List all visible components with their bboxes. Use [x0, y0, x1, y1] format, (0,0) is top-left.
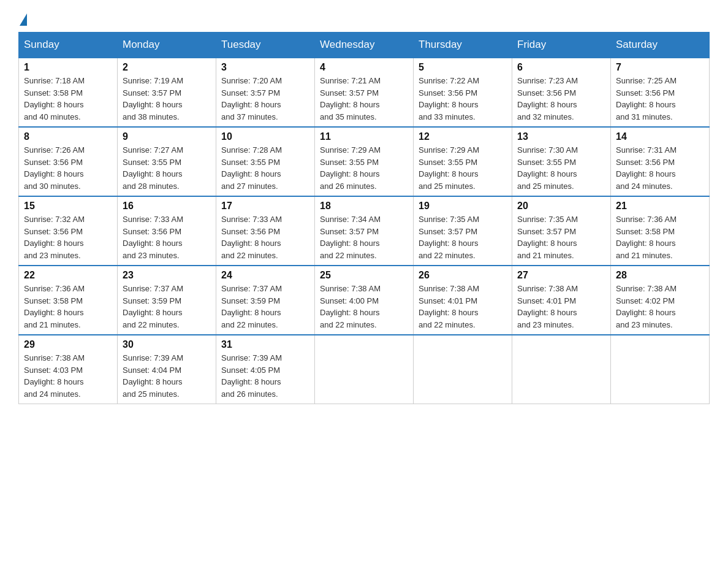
- calendar-cell: 31Sunrise: 7:39 AMSunset: 4:05 PMDayligh…: [216, 335, 315, 404]
- weekday-header-thursday: Thursday: [414, 33, 512, 58]
- calendar-cell: 19Sunrise: 7:35 AMSunset: 3:57 PMDayligh…: [414, 196, 512, 266]
- weekday-header-saturday: Saturday: [611, 33, 710, 58]
- day-info: Sunrise: 7:19 AMSunset: 3:57 PMDaylight:…: [123, 75, 211, 123]
- calendar-cell: 3Sunrise: 7:20 AMSunset: 3:57 PMDaylight…: [216, 58, 315, 127]
- day-number: 19: [419, 201, 507, 212]
- day-info: Sunrise: 7:36 AMSunset: 3:58 PMDaylight:…: [616, 213, 704, 261]
- page-header: [18, 12, 710, 26]
- calendar-cell: [315, 335, 414, 404]
- day-info: Sunrise: 7:33 AMSunset: 3:56 PMDaylight:…: [123, 213, 211, 261]
- calendar-cell: 26Sunrise: 7:38 AMSunset: 4:01 PMDayligh…: [414, 266, 512, 335]
- week-row-3: 15Sunrise: 7:32 AMSunset: 3:56 PMDayligh…: [19, 196, 710, 266]
- day-number: 3: [221, 62, 309, 73]
- day-info: Sunrise: 7:33 AMSunset: 3:56 PMDaylight:…: [221, 213, 309, 261]
- day-number: 22: [24, 270, 112, 281]
- day-info: Sunrise: 7:28 AMSunset: 3:55 PMDaylight:…: [221, 144, 309, 192]
- day-info: Sunrise: 7:29 AMSunset: 3:55 PMDaylight:…: [320, 144, 408, 192]
- calendar-cell: 18Sunrise: 7:34 AMSunset: 3:57 PMDayligh…: [315, 196, 414, 266]
- weekday-header-friday: Friday: [512, 33, 611, 58]
- calendar-cell: [414, 335, 512, 404]
- day-info: Sunrise: 7:20 AMSunset: 3:57 PMDaylight:…: [221, 75, 309, 123]
- calendar-cell: 13Sunrise: 7:30 AMSunset: 3:55 PMDayligh…: [512, 127, 611, 196]
- calendar-cell: 27Sunrise: 7:38 AMSunset: 4:01 PMDayligh…: [512, 266, 611, 335]
- day-info: Sunrise: 7:27 AMSunset: 3:55 PMDaylight:…: [123, 144, 211, 192]
- calendar-cell: 11Sunrise: 7:29 AMSunset: 3:55 PMDayligh…: [315, 127, 414, 196]
- week-row-2: 8Sunrise: 7:26 AMSunset: 3:56 PMDaylight…: [19, 127, 710, 196]
- day-number: 23: [123, 270, 211, 281]
- calendar-cell: 28Sunrise: 7:38 AMSunset: 4:02 PMDayligh…: [611, 266, 710, 335]
- day-number: 29: [24, 339, 112, 350]
- day-info: Sunrise: 7:30 AMSunset: 3:55 PMDaylight:…: [517, 144, 605, 192]
- calendar-cell: 14Sunrise: 7:31 AMSunset: 3:56 PMDayligh…: [611, 127, 710, 196]
- calendar-cell: 1Sunrise: 7:18 AMSunset: 3:58 PMDaylight…: [19, 58, 118, 127]
- day-number: 20: [517, 201, 605, 212]
- week-row-5: 29Sunrise: 7:38 AMSunset: 4:03 PMDayligh…: [19, 335, 710, 404]
- day-info: Sunrise: 7:36 AMSunset: 3:58 PMDaylight:…: [24, 283, 112, 331]
- day-number: 2: [123, 62, 211, 73]
- day-info: Sunrise: 7:34 AMSunset: 3:57 PMDaylight:…: [320, 213, 408, 261]
- calendar-cell: 12Sunrise: 7:29 AMSunset: 3:55 PMDayligh…: [414, 127, 512, 196]
- day-info: Sunrise: 7:38 AMSunset: 4:00 PMDaylight:…: [320, 283, 408, 331]
- day-info: Sunrise: 7:32 AMSunset: 3:56 PMDaylight:…: [24, 213, 112, 261]
- day-info: Sunrise: 7:21 AMSunset: 3:57 PMDaylight:…: [320, 75, 408, 123]
- calendar-cell: [512, 335, 611, 404]
- day-info: Sunrise: 7:31 AMSunset: 3:56 PMDaylight:…: [616, 144, 704, 192]
- day-info: Sunrise: 7:37 AMSunset: 3:59 PMDaylight:…: [221, 283, 309, 331]
- day-number: 12: [419, 131, 507, 142]
- calendar-cell: 17Sunrise: 7:33 AMSunset: 3:56 PMDayligh…: [216, 196, 315, 266]
- day-number: 15: [24, 201, 112, 212]
- day-number: 4: [320, 62, 408, 73]
- day-info: Sunrise: 7:38 AMSunset: 4:01 PMDaylight:…: [517, 283, 605, 331]
- calendar-cell: 6Sunrise: 7:23 AMSunset: 3:56 PMDaylight…: [512, 58, 611, 127]
- calendar-cell: 15Sunrise: 7:32 AMSunset: 3:56 PMDayligh…: [19, 196, 118, 266]
- calendar-cell: 16Sunrise: 7:33 AMSunset: 3:56 PMDayligh…: [118, 196, 216, 266]
- day-info: Sunrise: 7:39 AMSunset: 4:04 PMDaylight:…: [123, 352, 211, 400]
- day-number: 18: [320, 201, 408, 212]
- day-number: 13: [517, 131, 605, 142]
- day-number: 5: [419, 62, 507, 73]
- calendar-cell: 2Sunrise: 7:19 AMSunset: 3:57 PMDaylight…: [118, 58, 216, 127]
- day-info: Sunrise: 7:26 AMSunset: 3:56 PMDaylight:…: [24, 144, 112, 192]
- day-number: 26: [419, 270, 507, 281]
- weekday-header-wednesday: Wednesday: [315, 33, 414, 58]
- logo: [18, 12, 27, 26]
- weekday-header-sunday: Sunday: [19, 33, 118, 58]
- day-info: Sunrise: 7:38 AMSunset: 4:02 PMDaylight:…: [616, 283, 704, 331]
- day-number: 27: [517, 270, 605, 281]
- calendar-table: SundayMondayTuesdayWednesdayThursdayFrid…: [18, 32, 710, 404]
- day-info: Sunrise: 7:35 AMSunset: 3:57 PMDaylight:…: [419, 213, 507, 261]
- day-number: 11: [320, 131, 408, 142]
- day-number: 8: [24, 131, 112, 142]
- day-number: 17: [221, 201, 309, 212]
- day-info: Sunrise: 7:29 AMSunset: 3:55 PMDaylight:…: [419, 144, 507, 192]
- day-number: 1: [24, 62, 112, 73]
- day-number: 6: [517, 62, 605, 73]
- day-info: Sunrise: 7:25 AMSunset: 3:56 PMDaylight:…: [616, 75, 704, 123]
- calendar-cell: 9Sunrise: 7:27 AMSunset: 3:55 PMDaylight…: [118, 127, 216, 196]
- calendar-cell: 5Sunrise: 7:22 AMSunset: 3:56 PMDaylight…: [414, 58, 512, 127]
- day-number: 21: [616, 201, 704, 212]
- day-info: Sunrise: 7:39 AMSunset: 4:05 PMDaylight:…: [221, 352, 309, 400]
- weekday-header-tuesday: Tuesday: [216, 33, 315, 58]
- day-info: Sunrise: 7:37 AMSunset: 3:59 PMDaylight:…: [123, 283, 211, 331]
- calendar-cell: 25Sunrise: 7:38 AMSunset: 4:00 PMDayligh…: [315, 266, 414, 335]
- calendar-cell: 10Sunrise: 7:28 AMSunset: 3:55 PMDayligh…: [216, 127, 315, 196]
- calendar-cell: 4Sunrise: 7:21 AMSunset: 3:57 PMDaylight…: [315, 58, 414, 127]
- calendar-cell: 7Sunrise: 7:25 AMSunset: 3:56 PMDaylight…: [611, 58, 710, 127]
- day-number: 24: [221, 270, 309, 281]
- day-number: 14: [616, 131, 704, 142]
- day-number: 30: [123, 339, 211, 350]
- calendar-cell: 29Sunrise: 7:38 AMSunset: 4:03 PMDayligh…: [19, 335, 118, 404]
- week-row-4: 22Sunrise: 7:36 AMSunset: 3:58 PMDayligh…: [19, 266, 710, 335]
- logo-triangle-icon: [20, 13, 27, 26]
- weekday-header-monday: Monday: [118, 33, 216, 58]
- day-number: 31: [221, 339, 309, 350]
- week-row-1: 1Sunrise: 7:18 AMSunset: 3:58 PMDaylight…: [19, 58, 710, 127]
- day-info: Sunrise: 7:35 AMSunset: 3:57 PMDaylight:…: [517, 213, 605, 261]
- day-number: 28: [616, 270, 704, 281]
- calendar-cell: [611, 335, 710, 404]
- day-number: 25: [320, 270, 408, 281]
- calendar-cell: 24Sunrise: 7:37 AMSunset: 3:59 PMDayligh…: [216, 266, 315, 335]
- day-info: Sunrise: 7:22 AMSunset: 3:56 PMDaylight:…: [419, 75, 507, 123]
- calendar-cell: 21Sunrise: 7:36 AMSunset: 3:58 PMDayligh…: [611, 196, 710, 266]
